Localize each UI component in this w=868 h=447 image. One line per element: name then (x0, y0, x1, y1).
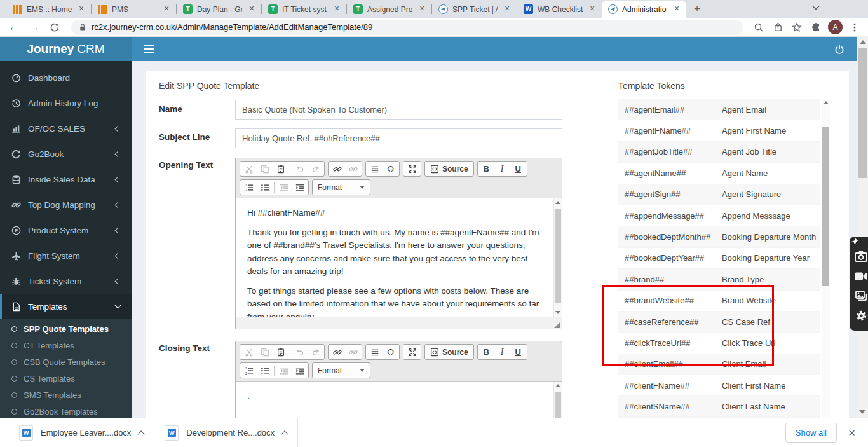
tab-search-chevron-icon[interactable] (812, 5, 820, 10)
bold-button[interactable]: B (478, 345, 494, 359)
address-bar[interactable]: rc2x.journey-crm.co.uk/Admin/ManageTempl… (71, 20, 743, 35)
special-character-button[interactable]: Ω (383, 162, 398, 176)
browser-menu-icon[interactable] (848, 20, 862, 34)
browser-tab[interactable]: PMS× (92, 1, 176, 18)
bookmark-star-icon[interactable] (790, 20, 804, 34)
sidebar-item-top-dog-mapping[interactable]: Top Dog Mapping (0, 192, 132, 217)
sidebar-item-ticket-system[interactable]: Ticket System (0, 268, 132, 294)
gear-icon[interactable] (854, 308, 868, 322)
opening-editor-body[interactable]: Hi ##clientFName## Thank you for getting… (236, 198, 562, 317)
close-tab-icon[interactable]: × (247, 4, 257, 15)
sidebar-item-product-system[interactable]: PProduct System (0, 217, 132, 243)
sidebar-subitem[interactable]: SPP Quote Templates (0, 320, 132, 337)
editor-scrollbar[interactable] (553, 382, 562, 418)
tokens-scrollbar[interactable] (822, 99, 830, 417)
sidebar-item-flight-system[interactable]: Flight System (0, 243, 132, 268)
sidebar-subitem[interactable]: CT Templates (0, 337, 132, 354)
closing-editor-body[interactable]: . P.S. If any of this isn't quite right,… (236, 382, 562, 418)
redo-button[interactable] (308, 162, 323, 176)
cut-button[interactable] (241, 345, 257, 359)
sidebar-subitem[interactable]: Go2Book Templates (0, 403, 132, 418)
close-tab-icon[interactable]: × (672, 4, 682, 15)
paste-button[interactable] (273, 162, 288, 176)
unlink-button[interactable] (345, 345, 361, 359)
extensions-puzzle-icon[interactable] (809, 20, 823, 34)
download-item[interactable]: W Development Re....docx (154, 418, 297, 447)
format-select[interactable]: Format (312, 179, 370, 195)
close-tab-icon[interactable]: × (161, 4, 172, 15)
token-row[interactable]: ##clientFName##Client First Name (618, 375, 820, 396)
close-downloads-icon[interactable]: × (848, 426, 855, 440)
sidebar-subitem[interactable]: CSB Quote Templates (0, 354, 132, 370)
copy-button[interactable] (257, 345, 273, 359)
close-tab-icon[interactable]: × (502, 4, 512, 15)
token-row[interactable]: ##agentName##Agent Name (618, 163, 820, 184)
browser-tab[interactable]: TAssigned Proje× (347, 1, 431, 18)
underline-button[interactable]: U (510, 162, 526, 176)
zoom-icon[interactable] (752, 20, 766, 34)
browser-tab[interactable]: TIT Ticket syster× (262, 1, 346, 18)
unlink-button[interactable] (345, 162, 361, 176)
special-character-button[interactable]: Ω (383, 345, 398, 359)
close-tab-icon[interactable]: × (332, 4, 342, 15)
italic-button[interactable]: I (494, 162, 510, 176)
link-button[interactable] (329, 345, 345, 359)
horizontal-rule-button[interactable] (367, 162, 383, 176)
numbered-list-button[interactable]: 12 (241, 180, 257, 195)
show-all-downloads-button[interactable]: Show all (785, 423, 837, 443)
resize-grip[interactable] (554, 322, 560, 328)
scrollbar-thumb[interactable] (858, 48, 867, 178)
outdent-button[interactable] (276, 180, 292, 195)
maximize-button[interactable] (404, 162, 420, 176)
sidebar-subitem[interactable]: CS Templates (0, 370, 132, 387)
token-row[interactable]: ##agentFName##Agent First Name (618, 120, 820, 141)
logout-power-icon[interactable] (834, 44, 844, 55)
chevron-up-icon[interactable] (281, 430, 288, 437)
sidebar-item-templates[interactable]: Templates (0, 294, 132, 319)
scroll-up-arrow-icon[interactable] (860, 40, 866, 44)
bulleted-list-button[interactable] (257, 363, 273, 378)
scroll-down-arrow-icon[interactable] (859, 410, 865, 414)
indent-button[interactable] (292, 363, 308, 378)
horizontal-rule-button[interactable] (367, 345, 383, 359)
bulleted-list-button[interactable] (257, 180, 273, 195)
forward-button[interactable]: → (27, 20, 42, 35)
close-tab-icon[interactable]: × (417, 4, 427, 15)
source-button[interactable]: Source (426, 345, 473, 359)
indent-button[interactable] (292, 180, 308, 195)
reload-button[interactable] (47, 20, 62, 35)
browser-tab[interactable]: EMS :: Home× (6, 1, 91, 18)
sidebar-subitem[interactable]: SMS Templates (0, 387, 132, 403)
outdent-button[interactable] (276, 363, 292, 378)
download-item[interactable]: W Employee Leaver....docx (9, 418, 154, 447)
sidebar-item-go2book[interactable]: Go2Book (0, 141, 132, 167)
browser-tab-active[interactable]: Administration× (602, 1, 686, 18)
token-row[interactable]: ##agentJobTitle##Agent Job Title (618, 142, 820, 163)
profile-avatar[interactable]: A (828, 20, 843, 34)
format-select[interactable]: Format (312, 362, 370, 378)
editor-scrollbar[interactable] (553, 198, 562, 317)
sidebar-item-dashboard[interactable]: Dashboard (0, 65, 132, 90)
pin-icon[interactable] (851, 238, 859, 246)
camera-icon[interactable] (854, 249, 868, 263)
undo-button[interactable] (292, 345, 308, 359)
sidebar-item-admin-history-log[interactable]: Admin History Log (0, 90, 132, 116)
redo-button[interactable] (308, 345, 323, 359)
browser-tab[interactable]: SPP Ticket | All× (432, 1, 517, 18)
paste-button[interactable] (273, 345, 288, 359)
image-gallery-icon[interactable] (854, 289, 868, 303)
close-tab-icon[interactable]: × (587, 4, 597, 15)
token-row[interactable]: ##clientSName##Client Last Name (618, 396, 820, 417)
bold-button[interactable]: B (478, 162, 494, 176)
token-row[interactable]: ##appendMessage##Append Messsage (618, 205, 820, 226)
maximize-button[interactable] (404, 345, 420, 359)
token-row[interactable]: ##bookedDeptMonth##Booking Departure Mon… (618, 226, 820, 247)
underline-button[interactable]: U (510, 345, 526, 359)
back-button[interactable]: ← (6, 20, 22, 35)
token-row[interactable]: ##agentEmail##Agent Email (618, 99, 820, 120)
copy-button[interactable] (257, 162, 273, 176)
subject-input[interactable] (235, 128, 562, 148)
sidebar-item-ofoc-sales[interactable]: OF/OC SALES (0, 116, 132, 141)
name-input[interactable] (235, 100, 562, 120)
source-button[interactable]: Source (426, 162, 473, 176)
